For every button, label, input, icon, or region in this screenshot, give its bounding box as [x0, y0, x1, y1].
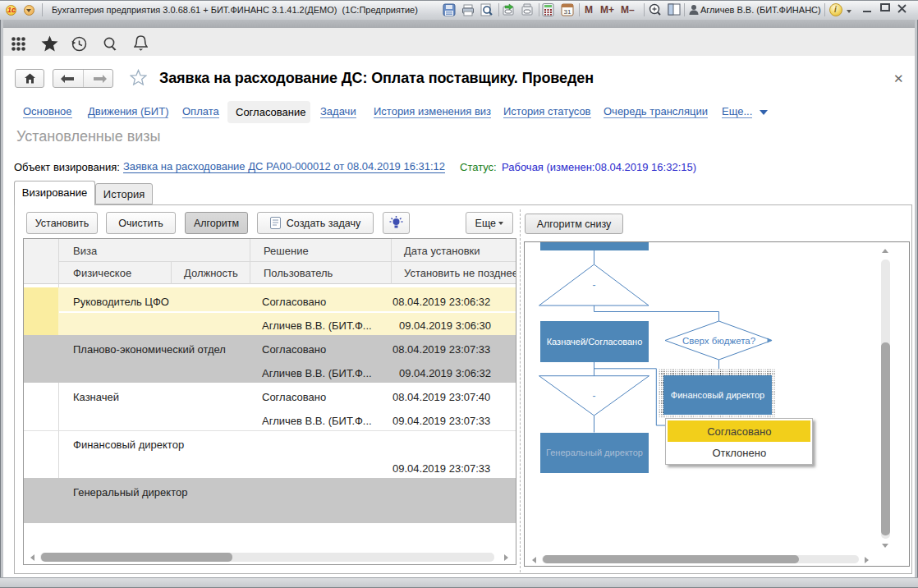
- svg-text:-: -: [593, 390, 596, 402]
- svg-text:-: -: [593, 279, 596, 291]
- svg-text:31: 31: [564, 8, 571, 16]
- svg-text:Сверх бюджета?: Сверх бюджета?: [682, 336, 755, 346]
